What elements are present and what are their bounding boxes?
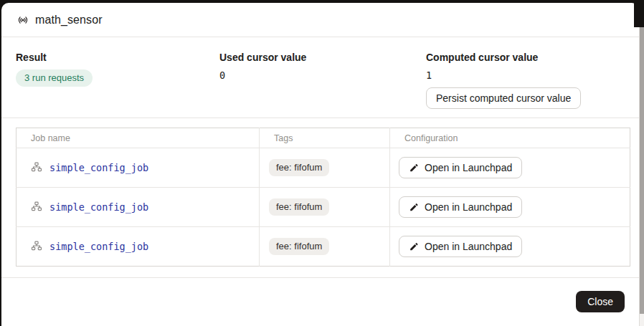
pencil-icon bbox=[409, 202, 419, 212]
dialog-header: math_sensor bbox=[1, 3, 639, 37]
table-section: Job name Tags Configuration simp bbox=[1, 118, 639, 267]
open-in-launchpad-label: Open in Launchpad bbox=[425, 241, 512, 252]
table-body: simple_config_job fee: fifofum Open in L… bbox=[16, 148, 630, 267]
close-button[interactable]: Close bbox=[576, 291, 625, 312]
computed-cursor-column: Computed cursor value 1 Persist computed… bbox=[426, 52, 625, 118]
open-in-launchpad-button[interactable]: Open in Launchpad bbox=[399, 236, 522, 257]
table-header-row: Job name Tags Configuration bbox=[16, 128, 630, 148]
scrollbar-track[interactable] bbox=[639, 27, 644, 326]
column-header-tags: Tags bbox=[260, 128, 390, 148]
used-cursor-column: Used cursor value 0 bbox=[219, 52, 426, 118]
job-link[interactable]: simple_config_job bbox=[49, 162, 148, 173]
computed-cursor-label: Computed cursor value bbox=[426, 52, 625, 63]
pencil-icon bbox=[409, 163, 419, 173]
table-row: simple_config_job fee: fifofum Open in L… bbox=[16, 148, 630, 188]
dialog-footer: Close bbox=[1, 278, 639, 312]
used-cursor-value: 0 bbox=[219, 69, 426, 81]
sensor-dialog: math_sensor Result 3 run requests Used c… bbox=[1, 3, 639, 326]
table-row: simple_config_job fee: fifofum Open in L… bbox=[16, 188, 630, 227]
tag-pill: fee: fifofum bbox=[269, 198, 329, 216]
job-graph-icon bbox=[31, 201, 42, 213]
job-graph-icon bbox=[31, 162, 42, 173]
tag-pill: fee: fifofum bbox=[269, 238, 329, 255]
open-in-launchpad-button[interactable]: Open in Launchpad bbox=[399, 157, 522, 178]
backdrop-corner bbox=[634, 0, 644, 27]
pencil-icon bbox=[409, 241, 419, 251]
summary-section: Result 3 run requests Used cursor value … bbox=[1, 37, 639, 118]
job-link[interactable]: simple_config_job bbox=[49, 201, 148, 213]
column-header-job-name: Job name bbox=[16, 128, 260, 148]
job-link[interactable]: simple_config_job bbox=[49, 241, 148, 252]
dialog-title: math_sensor bbox=[35, 14, 103, 27]
scrollbar-thumb[interactable] bbox=[640, 27, 644, 314]
computed-cursor-value: 1 bbox=[426, 69, 625, 81]
tag-pill: fee: fifofum bbox=[269, 159, 329, 176]
run-requests-badge: 3 run requests bbox=[16, 69, 93, 87]
job-graph-icon bbox=[31, 241, 42, 252]
sensor-icon bbox=[17, 14, 29, 26]
open-in-launchpad-button[interactable]: Open in Launchpad bbox=[399, 196, 522, 218]
jobs-table: Job name Tags Configuration simp bbox=[16, 128, 630, 267]
open-in-launchpad-label: Open in Launchpad bbox=[425, 162, 512, 173]
used-cursor-label: Used cursor value bbox=[219, 52, 426, 63]
persist-cursor-button[interactable]: Persist computed cursor value bbox=[426, 87, 581, 109]
table-row: simple_config_job fee: fifofum Open in L… bbox=[16, 227, 630, 267]
open-in-launchpad-label: Open in Launchpad bbox=[425, 201, 512, 213]
result-column: Result 3 run requests bbox=[16, 52, 219, 118]
result-label: Result bbox=[16, 52, 219, 63]
column-header-configuration: Configuration bbox=[390, 128, 630, 148]
